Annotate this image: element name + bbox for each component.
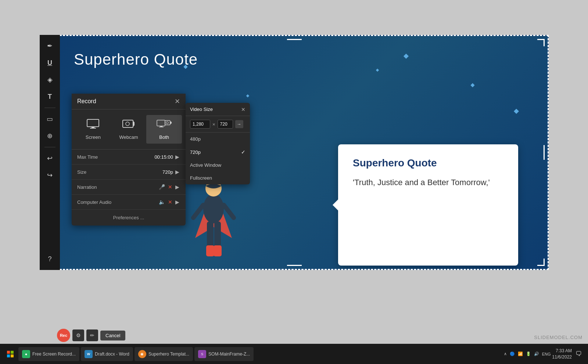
narration-row: Narration 🎤 ✕ ▶ (72, 180, 186, 195)
toolbar-divider-2 (44, 147, 55, 147)
size-option-active-window-label: Active Window (190, 162, 221, 168)
edge-marker-right (544, 145, 545, 160)
screen-icon (86, 119, 100, 131)
svg-rect-6 (206, 245, 214, 256)
rec-record-btn[interactable]: Rec (57, 329, 70, 342)
svg-point-13 (126, 122, 129, 126)
svg-point-19 (166, 122, 168, 124)
zoom-tool-btn[interactable]: ⊕ (43, 129, 57, 143)
video-size-inputs: × → (186, 116, 250, 133)
notification-btn[interactable]: 🗨 (573, 350, 584, 358)
chrome-icon: ◉ (138, 350, 146, 358)
taskbar-item-chrome-label: Superhero Templat... (148, 352, 189, 357)
computer-audio-remove[interactable]: ✕ (167, 198, 173, 206)
video-size-close[interactable]: ✕ (241, 107, 245, 112)
pen-tool-btn[interactable]: ✒ (43, 39, 57, 53)
clock-date: 11/6/2022 (552, 354, 572, 360)
tray-bt: 🔵 (510, 352, 515, 356)
video-size-header: Video Size ✕ (186, 103, 250, 116)
video-width-input[interactable] (190, 120, 210, 129)
narration-mic[interactable]: 🎤 (158, 183, 166, 191)
narration-expand[interactable]: ▶ (175, 183, 180, 191)
size-option-720p-check: ✓ (241, 149, 245, 155)
max-time-value: 00:15:00 (154, 154, 173, 160)
narration-actions: 🎤 ✕ ▶ (158, 183, 180, 191)
webcam-icon (122, 119, 135, 131)
size-option-720p[interactable]: 720p ✓ (186, 145, 250, 159)
taskbar-item-word-label: Draft.docx - Word (95, 352, 129, 357)
undo-btn[interactable]: ↩ (43, 151, 57, 166)
computer-audio-speaker[interactable]: 🔈 (158, 198, 166, 206)
svg-rect-7 (214, 245, 222, 256)
svg-rect-17 (165, 120, 170, 125)
svg-rect-14 (157, 120, 165, 126)
text-tool-btn[interactable]: T (43, 89, 57, 104)
svg-rect-10 (90, 128, 96, 129)
taskbar-item-fsr[interactable]: ● Free Screen Record... (18, 347, 79, 361)
record-option-both[interactable]: Both (146, 115, 182, 144)
taskbar-item-chrome[interactable]: ◉ Superhero Templat... (135, 347, 193, 361)
brand-label: SLIDEMODEL.COM (534, 335, 582, 340)
svg-line-2 (193, 205, 203, 218)
webcam-label: Webcam (119, 134, 138, 140)
svg-rect-22 (7, 354, 10, 357)
record-option-screen[interactable]: Screen (75, 115, 111, 144)
taskbar-item-fsr-label: Free Screen Record... (32, 352, 76, 357)
rec-cancel-btn[interactable]: Cancel (100, 331, 125, 340)
toolbar: ✒ U ◈ T ▭ ⊕ ↩ ↪ ? (40, 35, 60, 270)
computer-audio-label: Computer Audio (77, 199, 111, 205)
size-option-480p-label: 480p (190, 136, 201, 142)
size-option-fullscreen[interactable]: Fullscreen (186, 172, 250, 184)
computer-audio-expand[interactable]: ▶ (175, 198, 180, 206)
record-panel-close[interactable]: ✕ (175, 98, 180, 105)
size-expand[interactable]: ▶ (175, 168, 180, 176)
help-btn[interactable]: ? (43, 252, 57, 266)
taskbar-item-word[interactable]: W Draft.docx - Word (81, 347, 133, 361)
quote-card: Superhero Quote 'Truth, Justice and a Be… (338, 144, 518, 266)
record-option-webcam[interactable]: Webcam (111, 115, 147, 144)
tray-volume: 🔊 (534, 352, 539, 356)
rec-pen-btn[interactable]: ✏ (86, 329, 98, 341)
som-icon: S (198, 350, 206, 358)
size-option-active-window[interactable]: Active Window (186, 159, 250, 172)
record-panel-header: Record ✕ (72, 94, 186, 109)
record-panel: Record ✕ Screen Webcam (72, 94, 186, 226)
shape-tool-btn[interactable]: ▭ (43, 112, 57, 126)
size-value: 720p (162, 169, 173, 175)
svg-rect-23 (11, 354, 14, 357)
redo-btn[interactable]: ↪ (43, 168, 57, 183)
both-label: Both (159, 134, 169, 140)
video-height-input[interactable] (218, 120, 233, 129)
clock-time: 7:33 AM (552, 348, 572, 354)
eraser-tool-btn[interactable]: ◈ (43, 72, 57, 87)
taskbar-item-som[interactable]: S SOM-MainFrame-Z... (194, 347, 254, 361)
preferences-btn[interactable]: Preferences ... (72, 210, 186, 226)
taskbar-clock[interactable]: 7:33 AM 11/6/2022 (552, 348, 572, 360)
rec-settings-btn[interactable]: ⚙ (72, 329, 84, 341)
narration-remove[interactable]: ✕ (167, 183, 173, 191)
quote-card-text: 'Truth, Justice and a Better Tomorrow,' (353, 176, 503, 188)
slide-title: Superhero Quote (74, 51, 198, 68)
taskbar-system-tray: ∧ 🔵 📶 🔋 🔊 ENG (504, 352, 551, 356)
record-panel-title: Record (77, 98, 96, 105)
start-button[interactable] (4, 347, 17, 361)
video-size-go[interactable]: → (235, 120, 243, 128)
underline-tool-btn[interactable]: U (43, 55, 57, 70)
size-label: Size (77, 169, 86, 175)
size-option-480p[interactable]: 480p (186, 133, 250, 145)
screen-label: Screen (86, 134, 101, 140)
max-time-row: Max Time 00:15:00 ▶ (72, 149, 186, 165)
size-separator: × (212, 122, 215, 127)
tray-arrow[interactable]: ∧ (504, 352, 507, 356)
max-time-expand[interactable]: ▶ (175, 153, 180, 161)
svg-line-3 (224, 205, 234, 218)
corner-bracket-tr (537, 39, 545, 46)
tray-battery: 🔋 (526, 352, 531, 356)
fsr-icon: ● (22, 350, 30, 358)
svg-rect-8 (87, 119, 99, 127)
max-time-actions: 00:15:00 ▶ (154, 153, 180, 161)
size-option-720p-label: 720p (190, 149, 201, 155)
size-row: Size 720p ▶ (72, 165, 186, 180)
corner-bracket-br (537, 259, 545, 266)
edge-marker-bottom (287, 265, 302, 266)
